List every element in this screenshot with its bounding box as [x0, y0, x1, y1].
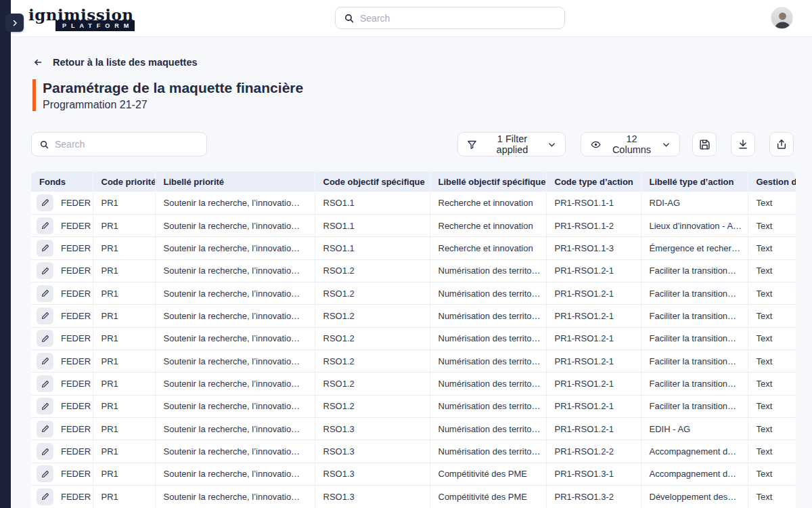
cell-value: RSO1.1 — [315, 237, 430, 259]
cell-value: Soutenir la recherche, l’innovatio… — [155, 440, 315, 463]
edit-row-button[interactable] — [37, 240, 53, 257]
column-header[interactable]: Libellé objectif spécifique — [430, 171, 546, 192]
back-link[interactable]: Retour à la liste des maquettes — [32, 57, 198, 68]
edit-row-button[interactable] — [37, 421, 53, 438]
cell-value: FEDER — [61, 469, 91, 479]
cell-value: PR1 — [93, 373, 155, 395]
global-search-input[interactable] — [360, 13, 556, 24]
cell-value: RSO1.3 — [315, 486, 430, 508]
cell-fonds: FEDER — [31, 373, 93, 395]
table-search[interactable] — [31, 132, 207, 156]
cell-value: Soutenir la recherche, l’innovatio… — [155, 395, 315, 417]
cell-value: Accompagnement d… — [641, 463, 748, 485]
cell-value: Text — [748, 486, 796, 508]
export-button[interactable] — [769, 132, 794, 156]
page-subtitle: Programmation 21-27 — [43, 99, 303, 111]
cell-value: PR1-RSO1.1-3 — [546, 237, 641, 259]
cell-value: PR1-RSO1.2-1 — [546, 418, 641, 440]
cell-value: Text — [748, 350, 796, 373]
pencil-icon — [41, 312, 49, 320]
pencil-icon — [41, 470, 49, 478]
chevron-right-icon — [11, 19, 19, 27]
table-row: FEDERPR1Soutenir la recherche, l’innovat… — [31, 214, 796, 236]
table-search-input[interactable] — [55, 139, 199, 150]
edit-row-button[interactable] — [37, 285, 53, 302]
cell-fonds: FEDER — [31, 259, 93, 282]
cell-value: Recherche et innovation — [430, 214, 546, 236]
cell-value: PR1 — [93, 259, 155, 282]
chevron-down-icon — [662, 140, 671, 149]
global-search[interactable] — [335, 7, 565, 29]
edit-row-button[interactable] — [37, 443, 53, 460]
table-row: FEDERPR1Soutenir la recherche, l’innovat… — [31, 305, 796, 327]
edit-row-button[interactable] — [37, 262, 53, 279]
table-row: FEDERPR1Soutenir la recherche, l’innovat… — [31, 327, 796, 350]
cell-fonds: FEDER — [31, 486, 93, 508]
page-title: Paramétrage de la maquette financière — [43, 79, 303, 97]
user-avatar[interactable] — [771, 7, 793, 29]
cell-value: PR1-RSO1.2-1 — [546, 373, 641, 395]
cell-value: PR1 — [93, 327, 155, 350]
cell-value: Soutenir la recherche, l’innovatio… — [155, 327, 315, 350]
column-header[interactable]: Libellé type d’action — [641, 171, 748, 192]
cell-value: FEDER — [61, 356, 91, 366]
column-header[interactable]: Code type d’action — [546, 171, 641, 192]
edit-row-button[interactable] — [37, 488, 53, 505]
cell-value: Compétitivité des PME — [430, 463, 546, 485]
logo-badge: PLATFORM — [55, 20, 135, 31]
column-header[interactable]: Code priorité — [93, 171, 155, 192]
cell-fonds: FEDER — [31, 440, 93, 463]
cell-value: Soutenir la recherche, l’innovatio… — [155, 418, 315, 440]
download-button[interactable] — [731, 132, 755, 156]
edit-row-button[interactable] — [37, 330, 53, 347]
data-table: FondsCode prioritéLibellé prioritéCode o… — [31, 171, 796, 508]
cell-value: FEDER — [61, 379, 91, 389]
columns-dropdown-button[interactable]: 12 Columns — [581, 132, 680, 156]
cell-value: PR1-RSO1.2-1 — [546, 305, 641, 327]
edit-row-button[interactable] — [37, 353, 53, 370]
cell-value: Soutenir la recherche, l’innovatio… — [155, 282, 315, 304]
table-row: FEDERPR1Soutenir la recherche, l’innovat… — [31, 192, 796, 214]
edit-row-button[interactable] — [37, 217, 53, 234]
pencil-icon — [41, 402, 49, 410]
cell-fonds: FEDER — [31, 418, 93, 440]
column-header[interactable]: Gestion d — [748, 171, 796, 192]
column-header[interactable]: Code objectif spécifique — [315, 171, 430, 192]
arrow-left-icon — [32, 58, 43, 67]
edit-row-button[interactable] — [37, 398, 53, 415]
cell-value: PR1-RSO1.1-2 — [546, 214, 641, 236]
save-button[interactable] — [692, 132, 717, 156]
column-header[interactable]: Fonds — [31, 171, 93, 192]
cell-value: Faciliter la transition… — [641, 305, 748, 327]
cell-value: Numérisation des territo… — [430, 440, 546, 463]
cell-value: FEDER — [61, 424, 91, 434]
cell-value: EDIH - AG — [641, 418, 748, 440]
cell-value: RSO1.3 — [315, 418, 430, 440]
column-header[interactable]: Libellé priorité — [155, 171, 315, 192]
edit-row-button[interactable] — [37, 465, 53, 482]
cell-fonds: FEDER — [31, 327, 93, 350]
cell-value: Text — [748, 305, 796, 327]
table-row: FEDERPR1Soutenir la recherche, l’innovat… — [31, 259, 796, 282]
edit-row-button[interactable] — [37, 194, 53, 211]
cell-value: Soutenir la recherche, l’innovatio… — [155, 305, 315, 327]
cell-value: Accompagnement d… — [641, 440, 748, 463]
cell-value: Numérisation des territo… — [430, 395, 546, 417]
cell-value: PR1 — [93, 237, 155, 259]
pencil-icon — [41, 289, 49, 297]
pencil-icon — [41, 335, 49, 343]
sidebar-expand-button[interactable] — [5, 14, 24, 32]
cell-value: RSO1.2 — [315, 395, 430, 417]
filter-dropdown-button[interactable]: 1 Filter applied — [457, 132, 566, 156]
cell-fonds: FEDER — [31, 237, 93, 259]
cell-value: RSO1.2 — [315, 282, 430, 304]
cell-value: Text — [748, 395, 796, 417]
cell-value: RSO1.2 — [315, 350, 430, 373]
app-logo: ignimission PLATFORM — [28, 5, 150, 34]
cell-value: RSO1.2 — [315, 373, 430, 395]
edit-row-button[interactable] — [37, 375, 53, 392]
collapsed-sidebar — [0, 0, 11, 508]
edit-row-button[interactable] — [37, 308, 53, 324]
cell-value: Text — [748, 237, 796, 259]
cell-value: FEDER — [61, 221, 91, 231]
